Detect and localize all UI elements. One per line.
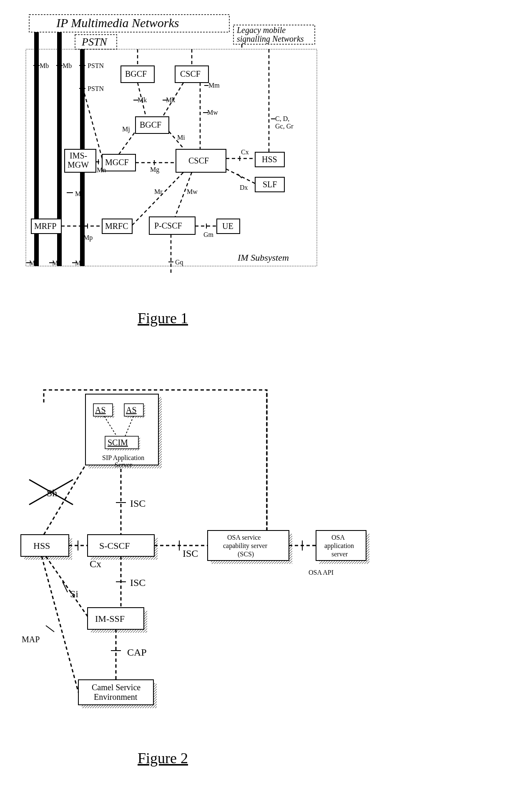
mw-label2: Mw xyxy=(187,188,198,195)
cscf1-label: CSCF xyxy=(180,69,201,78)
cap-label: CAP xyxy=(127,647,147,658)
figure1-label: Figure 1 xyxy=(138,310,188,327)
svg-text:application: application xyxy=(324,542,354,550)
svg-line-22 xyxy=(238,174,242,178)
imsmgw-line2: MGW xyxy=(68,160,89,169)
osa-scs-box: OSA service capability server (SCS) xyxy=(208,530,292,564)
svg-text:Camel Service: Camel Service xyxy=(92,683,141,692)
cdgcgr-l1: C, D, xyxy=(275,115,289,122)
legacy-line1: Legacy mobile xyxy=(236,25,286,35)
svg-text:OSA service: OSA service xyxy=(227,534,261,541)
svg-rect-43 xyxy=(158,397,162,468)
mr-label: Mr xyxy=(154,188,163,195)
mb-label-3: Mb xyxy=(75,190,84,197)
hss-box-f2: HSS xyxy=(21,535,72,560)
svg-text:HSS: HSS xyxy=(33,540,50,551)
mg-label: Mg xyxy=(150,166,159,173)
svg-text:AS: AS xyxy=(126,405,137,415)
mj-label: Mj xyxy=(122,126,130,133)
isc-label3: ISC xyxy=(130,577,146,588)
svg-line-14 xyxy=(83,90,102,158)
gm-label: Gm xyxy=(203,231,214,238)
svg-text:capability server: capability server xyxy=(223,542,268,550)
isc-label2: ISC xyxy=(183,548,198,559)
mrfc-label: MRFC xyxy=(105,221,128,231)
figure-2: SIP Application Server AS AS SCIM HSS S-… xyxy=(21,390,369,708)
imsmgw-line1: IMS- xyxy=(70,151,87,160)
bgcf1-label: BGCF xyxy=(125,69,147,78)
ip-multimedia-label: IP Multimedia Networks xyxy=(56,16,179,30)
sipas-l2: Server xyxy=(115,461,132,468)
svg-line-12 xyxy=(119,131,136,154)
hss-label: HSS xyxy=(262,155,277,164)
svg-text:server: server xyxy=(331,551,348,558)
sh-label: Sh xyxy=(47,488,57,498)
mb-label-2: Mb xyxy=(63,62,72,69)
map-label: MAP xyxy=(22,635,40,644)
si-label: Si xyxy=(70,588,78,599)
svg-text:S-CSCF: S-CSCF xyxy=(99,540,130,551)
gq-label: Gq xyxy=(175,259,183,266)
svg-text:AS: AS xyxy=(95,405,106,415)
ue-label: UE xyxy=(222,221,233,231)
svg-text:IM-SSF: IM-SSF xyxy=(95,613,125,624)
scscf-box: S-CSCF xyxy=(88,535,158,560)
cx-label2: Cx xyxy=(90,558,101,569)
svg-text:(SCS): (SCS) xyxy=(238,551,254,558)
figure-1: IP Multimedia Networks Legacy mobile sig… xyxy=(26,15,317,275)
sipas-l1: SIP Application xyxy=(102,454,144,462)
osa-api-label: OSA API xyxy=(309,569,334,576)
mb-label-1: Mb xyxy=(40,62,49,69)
mn-label: Mn xyxy=(97,166,106,173)
mgcf-label: MGCF xyxy=(105,158,129,167)
imssf-box: IM-SSF xyxy=(88,608,147,633)
cscf2-label: CSCF xyxy=(188,156,209,165)
svg-text:OSA: OSA xyxy=(331,534,345,541)
mrfp-label: MRFP xyxy=(34,221,56,231)
dx-label: Dx xyxy=(240,184,248,191)
svg-line-21 xyxy=(226,169,255,184)
legacy-line2: signalling Networks xyxy=(237,34,304,44)
svg-text:Environment: Environment xyxy=(94,692,138,701)
osa-as-box: OSA application server xyxy=(316,530,369,564)
camel-box: Camel Service Environment xyxy=(78,680,157,708)
svg-text:SCIM: SCIM xyxy=(108,438,128,447)
mw-label1: Mw xyxy=(207,109,218,116)
pstn-iflabel-2: PSTN xyxy=(88,85,104,92)
mi-label: Mi xyxy=(177,134,185,141)
mp-label: Mp xyxy=(83,234,93,241)
as-box-2: AS xyxy=(124,404,145,418)
cx-label: Cx xyxy=(241,148,249,156)
pstn-iflabel-1: PSTN xyxy=(88,62,104,69)
as-box-1: AS xyxy=(93,404,114,418)
slf-label: SLF xyxy=(263,180,277,189)
bgcf2-label: BGCF xyxy=(140,120,161,129)
cdgcgr-l2: Gc, Gr xyxy=(275,123,294,130)
pstn-label: PSTN xyxy=(81,36,108,48)
im-subsystem-label: IM Subsystem xyxy=(237,252,289,263)
svg-line-97 xyxy=(46,626,54,632)
scim-box: SCIM xyxy=(105,436,140,450)
mk-label1: Mk xyxy=(138,96,147,103)
isc-label1: ISC xyxy=(130,498,146,509)
figure2-label: Figure 2 xyxy=(138,750,188,767)
svg-line-94 xyxy=(46,556,88,616)
mm-label: Mm xyxy=(208,82,220,89)
pcscf-label: P-CSCF xyxy=(154,221,182,230)
